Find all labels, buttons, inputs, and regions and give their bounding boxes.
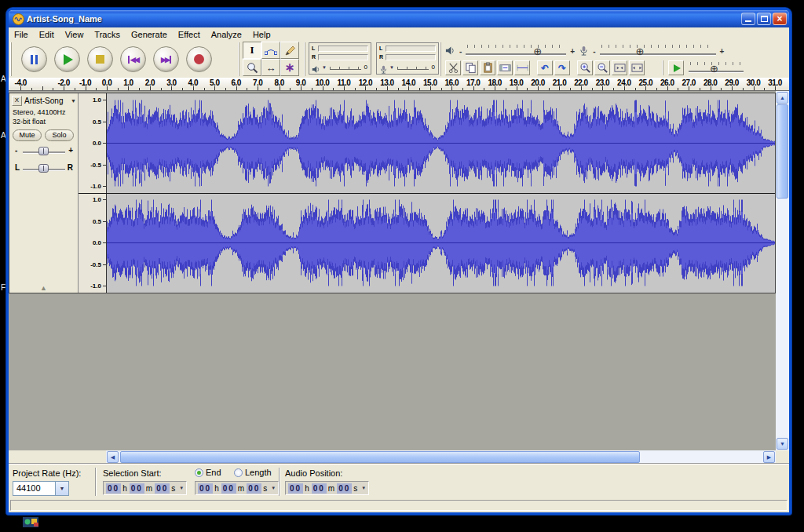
menu-edit[interactable]: Edit — [34, 29, 60, 40]
pan-slider[interactable]: L R — [9, 162, 79, 175]
menu-effect[interactable]: Effect — [173, 29, 206, 40]
toolbar-grip[interactable] — [10, 42, 13, 76]
play-speed-slider[interactable]: ⊕ — [689, 61, 744, 75]
selection-end-field-m-digits[interactable]: 00 — [221, 483, 236, 494]
forward-button[interactable]: ▶▶ — [153, 46, 179, 72]
play-at-speed-button[interactable] — [668, 60, 684, 75]
undo-button[interactable]: ↶ — [537, 60, 553, 75]
redo-button[interactable]: ↷ — [554, 60, 570, 75]
cut-button[interactable] — [445, 60, 461, 75]
vertical-scrollbar[interactable]: ▲ ▼ — [776, 91, 789, 450]
fit-selection-button[interactable] — [612, 60, 627, 75]
timeshift-tool-button[interactable]: ↔ — [261, 59, 280, 76]
selection-start-field-h-digits[interactable]: 00 — [106, 483, 121, 494]
selection-tool-button[interactable]: I — [243, 42, 261, 59]
toolbar-grip[interactable] — [238, 42, 241, 76]
waveform-right-channel[interactable] — [107, 193, 775, 293]
copy-button[interactable] — [462, 60, 478, 75]
play-speed-thumb[interactable]: ⊕ — [710, 64, 718, 74]
radio-end-label: End — [206, 468, 221, 477]
selection-start-label: Selection Start: — [103, 468, 162, 478]
desktop-shortcut-icon[interactable] — [22, 515, 41, 529]
minimize-button[interactable] — [741, 13, 755, 25]
audio-position-field[interactable]: 00h00m00s▼ — [285, 481, 369, 495]
draw-tool-button[interactable] — [280, 42, 299, 59]
timeline-ruler[interactable]: -4.0-2.0-1.00.01.02.03.04.05.06.07.08.09… — [9, 78, 789, 91]
scroll-left-icon[interactable]: ◀ — [107, 451, 119, 463]
vertical-scroll-thumb[interactable] — [777, 104, 788, 199]
pause-button[interactable] — [21, 46, 47, 72]
input-volume-slider[interactable]: ⊕ — [600, 44, 716, 58]
radio-length-circle[interactable] — [234, 468, 243, 477]
close-button[interactable]: × — [773, 13, 787, 25]
paste-button[interactable] — [480, 60, 495, 75]
recording-meter[interactable]: L R ▼ 0 — [376, 42, 439, 75]
toolbar-grip[interactable] — [304, 42, 307, 76]
track-collapse-icon[interactable]: ▲ — [9, 285, 78, 292]
menu-tracks[interactable]: Tracks — [89, 29, 126, 40]
zoom-tool-button[interactable] — [243, 59, 261, 76]
combobox-dropdown-icon[interactable]: ▼ — [55, 482, 68, 495]
audio-position-field-m-digits[interactable]: 00 — [312, 483, 327, 494]
menu-view[interactable]: View — [60, 29, 90, 40]
fit-project-button[interactable] — [629, 60, 645, 75]
meter-dropdown-icon[interactable]: ▼ — [322, 65, 327, 70]
track-close-button[interactable]: X — [12, 96, 22, 106]
gain-slider[interactable]: - + — [9, 145, 79, 158]
silence-button[interactable] — [514, 60, 530, 75]
input-volume-thumb[interactable]: ⊕ — [636, 46, 645, 56]
audio-position-field-h-digits[interactable]: 00 — [288, 483, 303, 494]
radio-end[interactable]: End — [195, 468, 221, 477]
horizontal-scroll-thumb[interactable] — [120, 451, 640, 463]
output-volume-slider[interactable]: ⊕ — [466, 44, 566, 58]
multi-tool-button[interactable]: ∗ — [280, 59, 299, 76]
menu-file[interactable]: File — [9, 29, 34, 40]
rewind-button[interactable]: ◀◀ — [120, 46, 146, 72]
menu-generate[interactable]: Generate — [126, 29, 173, 40]
selection-end-field-s-digits[interactable]: 00 — [247, 483, 261, 494]
zoom-in-button[interactable] — [577, 60, 593, 75]
menu-help[interactable]: Help — [247, 29, 276, 40]
envelope-tool-button[interactable] — [261, 42, 280, 59]
titlebar[interactable]: Artist-Song_Name × — [9, 10, 789, 27]
radio-length[interactable]: Length — [234, 468, 272, 477]
scroll-down-icon[interactable]: ▼ — [777, 438, 788, 450]
selection-end-field[interactable]: 00h00m00s▼ — [195, 481, 279, 495]
track-title[interactable]: Artist-Song — [24, 97, 71, 105]
menu-analyze[interactable]: Analyze — [206, 29, 247, 40]
audio-position-label: Audio Position: — [285, 468, 342, 478]
solo-button[interactable]: Solo — [45, 129, 74, 141]
timefield-dropdown-icon[interactable]: ▼ — [361, 486, 366, 490]
mute-button[interactable]: Mute — [13, 129, 42, 141]
project-rate-combobox[interactable]: 44100 ▼ — [13, 481, 69, 496]
desktop: A A F Artist-Song_Name × FileEditViewTra… — [0, 0, 804, 532]
toolbar-grip[interactable] — [440, 42, 443, 76]
scroll-up-icon[interactable]: ▲ — [777, 92, 788, 104]
timefield-dropdown-icon[interactable]: ▼ — [271, 486, 276, 490]
radio-end-circle[interactable] — [195, 468, 203, 477]
horizontal-scrollbar[interactable]: ◀ ▶ — [106, 450, 776, 464]
maximize-button[interactable] — [757, 13, 771, 25]
scroll-right-icon[interactable]: ▶ — [763, 451, 775, 463]
gain-slider-thumb[interactable] — [38, 147, 49, 155]
meter-dropdown-icon[interactable]: ▼ — [389, 65, 394, 70]
selection-start-field-m-digits[interactable]: 00 — [130, 483, 144, 494]
output-volume-thumb[interactable]: ⊕ — [533, 46, 542, 56]
track-area[interactable]: X Artist-Song ▼ Stereo, 44100Hz 32-bit f… — [9, 91, 776, 450]
waveform-left-channel[interactable] — [107, 93, 775, 193]
record-button[interactable] — [186, 46, 212, 72]
selection-end-field-h-digits[interactable]: 00 — [198, 483, 213, 494]
selection-start-field[interactable]: 00h00m00s▼ — [103, 481, 187, 495]
stop-button[interactable] — [87, 46, 113, 72]
output-volume-max: + — [570, 47, 575, 56]
toolbar-grip[interactable] — [662, 60, 665, 75]
zoom-out-button[interactable] — [594, 60, 610, 75]
play-button[interactable] — [54, 46, 80, 72]
pan-slider-thumb[interactable] — [38, 164, 49, 173]
playback-meter[interactable]: L R ▼ 0 — [309, 42, 371, 75]
timefield-dropdown-icon[interactable]: ▼ — [179, 486, 184, 490]
trim-button[interactable] — [497, 60, 513, 75]
audio-position-field-s-digits[interactable]: 00 — [337, 483, 352, 494]
selection-start-field-s-digits[interactable]: 00 — [155, 483, 170, 494]
track-menu-dropdown-icon[interactable]: ▼ — [71, 98, 76, 104]
